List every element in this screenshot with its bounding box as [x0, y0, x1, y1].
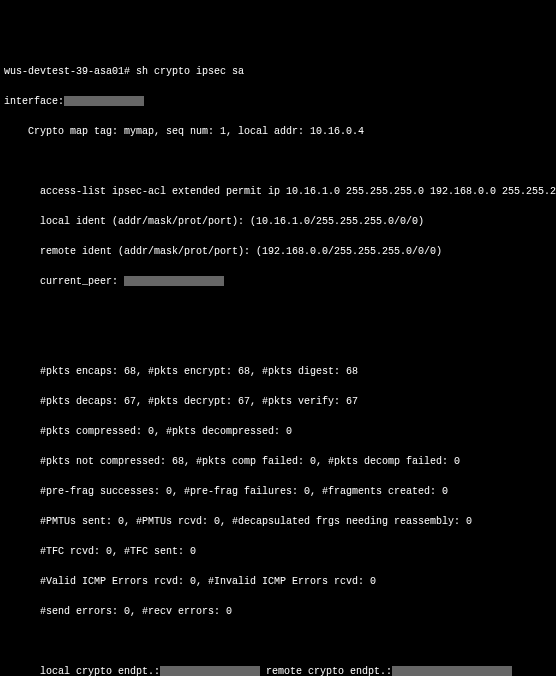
blank-line — [4, 334, 552, 349]
local-ident-line: local ident (addr/mask/prot/port): (10.1… — [4, 214, 552, 229]
tfc-line: #TFC rcvd: 0, #TFC sent: 0 — [4, 544, 552, 559]
pkts-encaps-line: #pkts encaps: 68, #pkts encrypt: 68, #pk… — [4, 364, 552, 379]
interface-line: interface: — [4, 94, 552, 109]
current-peer-line: current_peer: — [4, 274, 552, 289]
redacted-interface — [64, 96, 144, 106]
crypto-endpt-line: local crypto endpt.: remote crypto endpt… — [4, 664, 552, 676]
acl-line: access-list ipsec-acl extended permit ip… — [4, 184, 552, 199]
pkts-decaps-line: #pkts decaps: 67, #pkts decrypt: 67, #pk… — [4, 394, 552, 409]
remote-crypto-label: remote crypto endpt.: — [260, 666, 392, 676]
redacted-local-endpt — [160, 666, 260, 676]
icmp-errors-line: #Valid ICMP Errors rcvd: 0, #Invalid ICM… — [4, 574, 552, 589]
redacted-remote-endpt — [392, 666, 512, 676]
blank-line — [4, 154, 552, 169]
pkts-compressed-line: #pkts compressed: 0, #pkts decompressed:… — [4, 424, 552, 439]
pmtus-line: #PMTUs sent: 0, #PMTUs rcvd: 0, #decapsu… — [4, 514, 552, 529]
blank-line — [4, 304, 552, 319]
crypto-map-line: Crypto map tag: mymap, seq num: 1, local… — [4, 124, 552, 139]
local-crypto-label: local crypto endpt.: — [4, 666, 160, 676]
peer-label: current_peer: — [4, 276, 118, 287]
interface-label: interface: — [4, 96, 64, 107]
redacted-peer — [124, 276, 224, 286]
command-prompt: wus-devtest-39-asa01# sh crypto ipsec sa — [4, 64, 552, 79]
remote-ident-line: remote ident (addr/mask/prot/port): (192… — [4, 244, 552, 259]
pkts-not-compressed-line: #pkts not compressed: 68, #pkts comp fai… — [4, 454, 552, 469]
blank-line — [4, 634, 552, 649]
pre-frag-line: #pre-frag successes: 0, #pre-frag failur… — [4, 484, 552, 499]
send-errors-line: #send errors: 0, #recv errors: 0 — [4, 604, 552, 619]
